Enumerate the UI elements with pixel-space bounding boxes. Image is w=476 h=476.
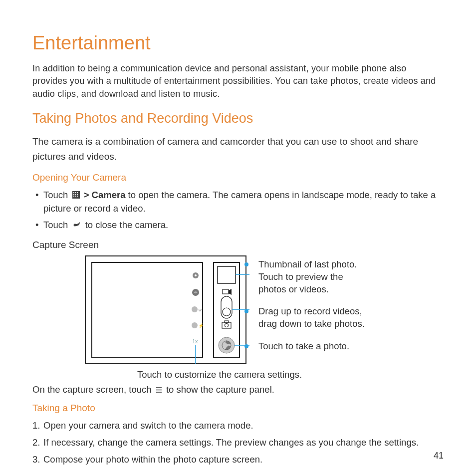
svg-rect-4 <box>73 194 74 195</box>
subsection-opening-camera: Opening Your Camera <box>32 171 444 185</box>
zoom-label-text: 1x <box>192 338 198 344</box>
callout-slider: Drag up to record videos,drag down to ta… <box>258 305 365 330</box>
intro-paragraph: In addition to being a communication dev… <box>32 62 444 100</box>
capture-screen-label: Capture Screen <box>32 238 444 252</box>
capture-text-post: to show the capture panel. <box>166 384 274 395</box>
svg-rect-11 <box>92 262 203 357</box>
page-number: 41 <box>434 450 444 462</box>
svg-rect-3 <box>77 192 78 193</box>
menu-lines-icon <box>156 384 162 397</box>
svg-point-23 <box>195 274 197 276</box>
callout-settings: Touch to customize the camera settings. <box>137 368 444 381</box>
bullet1-pre: Touch <box>43 190 68 200</box>
svg-rect-6 <box>77 194 78 195</box>
page-title: Entertainment <box>32 30 444 56</box>
capture-text-pre: On the capture screen, touch <box>32 384 152 395</box>
svg-rect-9 <box>77 196 78 197</box>
camera-diagram: w ⚡ 1x <box>85 255 249 364</box>
capture-panel-text: On the capture screen, touch to show the… <box>32 383 444 397</box>
step-3: 3.Compose your photo within the photo ca… <box>32 453 444 466</box>
bullet2-post: to close the camera. <box>85 220 169 230</box>
svg-rect-1 <box>73 192 74 193</box>
bullet-open-camera: Touch > Camera to open the camera. The c… <box>32 189 444 216</box>
back-arrow-icon <box>72 219 81 233</box>
bullet2-pre: Touch <box>43 220 68 230</box>
callout-thumbnail: Thumbnail of last photo.Touch to preview… <box>258 258 357 296</box>
svg-point-20 <box>219 337 235 353</box>
apps-grid-icon <box>72 189 80 203</box>
svg-point-25 <box>192 306 198 312</box>
section-heading-photos: Taking Photos and Recording Videos <box>32 109 444 128</box>
svg-rect-2 <box>75 192 76 193</box>
bullet-close-camera: Touch to close the camera. <box>32 219 444 233</box>
svg-rect-8 <box>75 196 76 197</box>
svg-rect-13 <box>218 266 236 283</box>
section-intro: The camera is a combination of camera an… <box>32 134 444 165</box>
step-1: 1.Open your camera and switch to the cam… <box>32 419 444 432</box>
svg-point-16 <box>223 308 231 316</box>
svg-text:w: w <box>198 308 202 312</box>
svg-rect-5 <box>75 194 76 195</box>
step-2: 2.If necessary, change the camera settin… <box>32 436 444 449</box>
steps-list: 1.Open your camera and switch to the cam… <box>32 419 444 466</box>
diagram-callouts: Thumbnail of last photo.Touch to preview… <box>249 255 258 364</box>
svg-text:⚡: ⚡ <box>198 323 204 329</box>
bullet1-bold: > Camera <box>84 190 126 200</box>
svg-rect-7 <box>73 196 74 197</box>
svg-point-27 <box>192 322 198 328</box>
subsection-taking-photo: Taking a Photo <box>32 402 444 415</box>
callout-shutter: Touch to take a photo. <box>258 340 349 353</box>
